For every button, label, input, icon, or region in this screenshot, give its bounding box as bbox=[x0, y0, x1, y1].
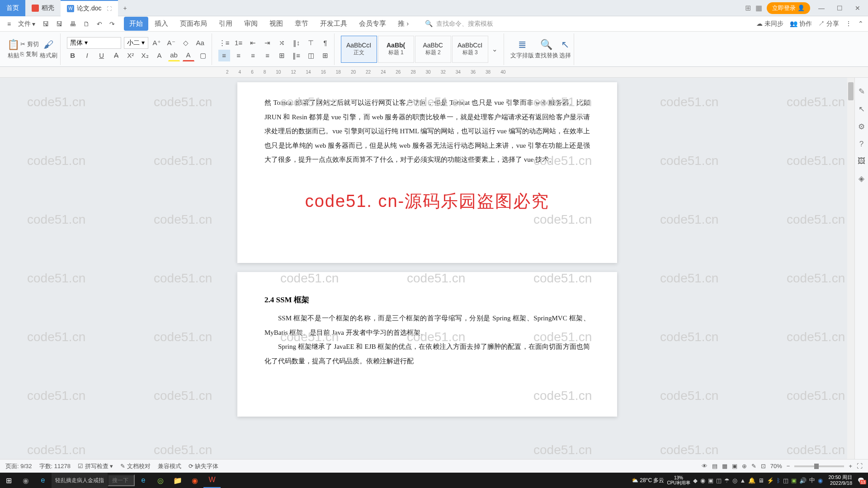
show-marks-icon[interactable]: ¶ bbox=[320, 37, 331, 49]
ime-icon[interactable]: 中 bbox=[809, 476, 815, 484]
start-button[interactable]: ⊞ bbox=[0, 473, 17, 488]
command-search[interactable]: 🔍 查找命令、搜索模板 bbox=[425, 20, 493, 28]
superscript-button[interactable]: X² bbox=[125, 50, 137, 61]
find-replace-button[interactable]: 🔍查找替换 bbox=[535, 39, 558, 60]
italic-button[interactable]: I bbox=[81, 50, 93, 61]
tray-icon[interactable]: ◉ bbox=[700, 477, 705, 484]
tray-icon[interactable]: ◉ bbox=[818, 477, 823, 484]
web-view-icon[interactable]: ▣ bbox=[732, 463, 737, 469]
line-spacing-icon[interactable]: ‖↕ bbox=[291, 37, 302, 49]
bluetooth-icon[interactable]: ᛒ bbox=[777, 477, 780, 484]
distribute-icon[interactable]: ⊞ bbox=[276, 50, 288, 61]
diamond-icon[interactable]: ◈ bbox=[859, 174, 864, 183]
paragraph[interactable]: SSM 框架不是一个框架的名称，而是三个框架的首字母缩写，分别是 Spring … bbox=[264, 311, 590, 340]
tray-icon[interactable]: ◫ bbox=[716, 477, 722, 484]
draft-view-icon[interactable]: ✎ bbox=[751, 463, 756, 469]
cursor-icon[interactable]: ↖ bbox=[859, 104, 865, 114]
task-app1[interactable]: ◉ bbox=[186, 473, 203, 488]
scrollbar[interactable] bbox=[847, 78, 854, 470]
align-right-icon[interactable]: ≡ bbox=[247, 50, 259, 61]
grid-icon[interactable]: ▦ bbox=[755, 4, 762, 12]
hamburger-icon[interactable]: ≡ bbox=[5, 19, 14, 29]
pencil-icon[interactable]: ✎ bbox=[859, 87, 865, 96]
taskbar-search[interactable] bbox=[108, 474, 135, 486]
tray-icon[interactable]: ▣ bbox=[708, 477, 713, 484]
taskbar-clock[interactable]: 20:50 周日2022/9/18 bbox=[826, 474, 855, 486]
close-button[interactable]: ✕ bbox=[851, 1, 864, 15]
layout-icon[interactable]: ⊞ bbox=[745, 4, 751, 12]
image-icon[interactable]: 🖼 bbox=[858, 157, 865, 166]
menu-chapter[interactable]: 章节 bbox=[289, 17, 314, 31]
styles-more-icon[interactable]: ⌄ bbox=[489, 43, 501, 55]
volume-icon[interactable]: 🔊 bbox=[799, 477, 807, 484]
notifications-icon[interactable]: 💬13 bbox=[858, 477, 864, 483]
bullets-icon[interactable]: ⋮≡ bbox=[218, 37, 230, 49]
page-view-icon[interactable]: ▦ bbox=[722, 463, 727, 469]
indent-left-icon[interactable]: ⇤ bbox=[247, 37, 259, 49]
paragraph[interactable]: 然 Tomcat 部署了网站之后就可以运行网页让客户访问，但是 Tomcat 也… bbox=[264, 96, 590, 167]
tray-icon[interactable]: ◆ bbox=[693, 477, 698, 484]
cut-button[interactable]: ✂ 剪切 bbox=[20, 40, 39, 48]
menu-layout[interactable]: 页面布局 bbox=[175, 17, 212, 31]
menu-more[interactable]: 推 › bbox=[392, 17, 414, 31]
outline-view-icon[interactable]: ⊕ bbox=[742, 463, 747, 469]
weather-widget[interactable]: ⛅ 28°C 多云 bbox=[632, 477, 665, 484]
char-border-button[interactable]: ▢ bbox=[197, 50, 209, 61]
zoom-thumb[interactable] bbox=[814, 464, 819, 469]
bold-button[interactable]: B bbox=[67, 50, 79, 61]
align-justify-icon[interactable]: ≡ bbox=[262, 50, 274, 61]
minimize-button[interactable]: — bbox=[815, 1, 828, 15]
format-painter-button[interactable]: 🖌格式刷 bbox=[40, 39, 57, 60]
change-case-icon[interactable]: Aa bbox=[194, 37, 206, 49]
heading-2-4[interactable]: 2.4 SSM 框架 bbox=[264, 295, 590, 305]
word-count[interactable]: 字数: 11278 bbox=[39, 462, 71, 470]
tab-close-icon[interactable]: ⛶ bbox=[107, 6, 112, 11]
task-explorer[interactable]: 📁 bbox=[169, 473, 186, 488]
eye-icon[interactable]: 👁 bbox=[702, 463, 708, 469]
text-effect-button[interactable]: A bbox=[154, 50, 165, 61]
align-left-icon[interactable]: ≡ bbox=[218, 50, 230, 61]
zoom-slider[interactable] bbox=[794, 465, 844, 467]
ruler[interactable]: 246810121416182022242628303234363840 bbox=[0, 67, 868, 78]
ie-icon[interactable]: e bbox=[34, 473, 52, 488]
undo-icon[interactable]: ↶ bbox=[94, 19, 105, 29]
numbering-icon[interactable]: 1≡ bbox=[233, 37, 245, 49]
style-h3[interactable]: AaBbCcI标题 3 bbox=[452, 36, 488, 63]
slider-icon[interactable]: ⚙ bbox=[858, 122, 865, 131]
tray-icon[interactable]: ▲ bbox=[740, 477, 746, 484]
help-icon[interactable]: ? bbox=[859, 140, 863, 149]
tray-icon[interactable]: ◫ bbox=[783, 477, 788, 484]
menu-reference[interactable]: 引用 bbox=[213, 17, 238, 31]
read-view-icon[interactable]: ▤ bbox=[712, 463, 717, 469]
subscript-button[interactable]: X₂ bbox=[139, 50, 151, 61]
decrease-font-icon[interactable]: A⁻ bbox=[165, 37, 177, 49]
collab-button[interactable]: 👥 协作 bbox=[790, 20, 812, 28]
tray-icon[interactable]: ▣ bbox=[791, 477, 797, 484]
zoom-level[interactable]: 70% bbox=[770, 463, 782, 469]
sort-icon[interactable]: ⤭ bbox=[276, 37, 288, 49]
print-icon[interactable]: 🖶 bbox=[67, 19, 79, 29]
menu-insert[interactable]: 插入 bbox=[149, 17, 174, 31]
shading-icon[interactable]: ◫ bbox=[305, 50, 317, 61]
menu-view[interactable]: 视图 bbox=[264, 17, 288, 31]
menu-review[interactable]: 审阅 bbox=[239, 17, 263, 31]
highlight-button[interactable]: ab bbox=[168, 50, 180, 61]
clear-format-icon[interactable]: ◇ bbox=[180, 37, 192, 49]
tabs-icon[interactable]: ⊤ bbox=[305, 37, 317, 49]
menu-start[interactable]: 开始 bbox=[124, 17, 148, 31]
save-as-icon[interactable]: 🖫 bbox=[53, 19, 65, 29]
page-indicator[interactable]: 页面: 9/32 bbox=[5, 462, 32, 470]
tray-icon[interactable]: ◎ bbox=[732, 477, 737, 484]
save-icon[interactable]: 🖫 bbox=[40, 19, 52, 29]
sync-button[interactable]: ☁ 未同步 bbox=[756, 20, 783, 28]
document-area[interactable]: 然 Tomcat 部署了网站之后就可以运行网页让客户访问，但是 Tomcat 也… bbox=[0, 78, 854, 470]
tray-icon[interactable]: 🔔 bbox=[748, 477, 755, 484]
missing-fonts[interactable]: ⟳ 缺失字体 bbox=[189, 462, 219, 470]
indent-right-icon[interactable]: ⇥ bbox=[262, 37, 274, 49]
tab-daoke[interactable]: 稻壳 bbox=[25, 0, 61, 16]
file-menu[interactable]: 文件 ▾ bbox=[15, 18, 38, 30]
print-preview-icon[interactable]: 🗋 bbox=[80, 19, 92, 29]
task-browser[interactable]: ◎ bbox=[152, 473, 169, 488]
cpu-widget[interactable]: 13%CPU利用率 bbox=[667, 475, 690, 485]
font-size-select[interactable]: 小二 ▾ bbox=[124, 37, 148, 49]
